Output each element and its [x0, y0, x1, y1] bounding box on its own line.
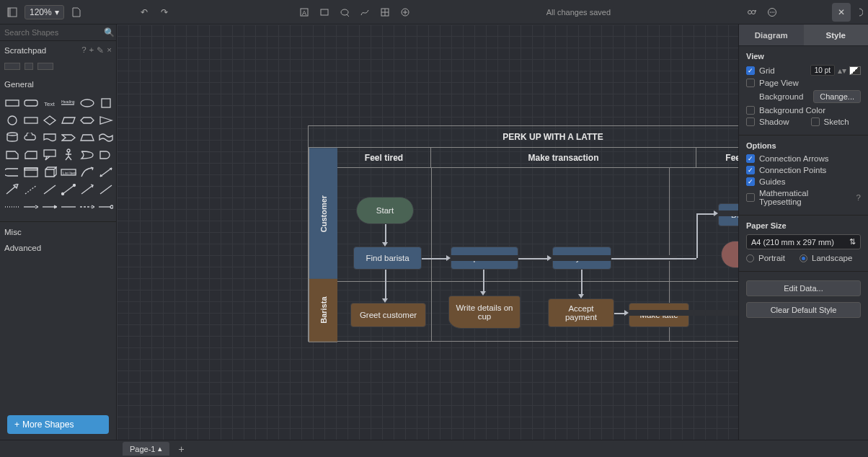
shape-bidir-line[interactable]	[61, 182, 76, 197]
node-greet[interactable]: Greet customer	[350, 303, 426, 327]
shape-datastore[interactable]	[4, 165, 20, 179]
scratch-chip[interactable]	[4, 63, 20, 70]
shape-link3[interactable]	[42, 200, 58, 214]
shape-thick-arrow[interactable]	[4, 182, 20, 197]
undo-icon[interactable]: ↶	[136, 4, 152, 20]
shape-frame[interactable]	[23, 165, 39, 179]
shape-roundrect[interactable]	[23, 96, 39, 110]
rectangle-shape-icon[interactable]	[316, 4, 332, 20]
sidebar-toggle-icon[interactable]	[4, 4, 20, 20]
advanced-header[interactable]: Advanced	[0, 239, 116, 257]
shape-hexagon[interactable]	[79, 113, 95, 128]
shape-diamond[interactable]	[42, 113, 58, 128]
shape-link1[interactable]	[4, 200, 20, 214]
shape-ellipse[interactable]	[79, 96, 95, 110]
sketch-checkbox[interactable]	[811, 117, 820, 126]
search-icon[interactable]: 🔍	[104, 27, 115, 37]
node-find-barista[interactable]: Find barista	[353, 247, 422, 270]
edit-data-button[interactable]: Edit Data...	[746, 280, 861, 296]
node-write-details[interactable]: Write details on cup	[448, 296, 521, 329]
grid-stepper-icon[interactable]: ▴▾	[838, 66, 846, 76]
portrait-radio[interactable]	[746, 254, 754, 262]
shape-list-item[interactable]: List Item	[61, 165, 76, 179]
shape-square[interactable]	[98, 96, 114, 110]
swimlane-title[interactable]: PERK UP WITH A LATTE	[309, 126, 738, 148]
right-edge-icon[interactable]	[855, 4, 864, 20]
node-accept-payment[interactable]: Accept payment	[548, 298, 614, 327]
share-icon[interactable]	[744, 4, 760, 20]
add-page-button[interactable]: +	[174, 443, 188, 455]
tab-style[interactable]: Style	[804, 25, 869, 45]
lane-barista[interactable]: Barista	[309, 279, 337, 342]
lane-customer[interactable]: Customer	[309, 148, 337, 279]
ellipse-shape-icon[interactable]	[337, 4, 353, 20]
shape-cylinder[interactable]	[4, 130, 20, 145]
tab-diagram[interactable]: Diagram	[739, 25, 804, 45]
conn-arrows-checkbox[interactable]: ✓	[746, 154, 755, 163]
node-start[interactable]: Start	[356, 197, 414, 224]
shape-note[interactable]	[4, 148, 20, 162]
scratchpad-header[interactable]: Scratchpad ? + ✎ ×	[0, 41, 116, 60]
page-tab[interactable]: Page-1 ▴	[123, 442, 169, 456]
close-panel-icon[interactable]: ✕	[832, 3, 851, 22]
bgcolor-checkbox[interactable]	[746, 106, 755, 115]
shape-tape[interactable]	[98, 130, 114, 145]
page-menu-icon[interactable]: ▴	[158, 444, 162, 453]
shape-text[interactable]: Text	[42, 96, 58, 110]
scratch-chip[interactable]	[25, 63, 33, 70]
freehand-icon[interactable]	[357, 4, 373, 20]
search-input[interactable]	[4, 28, 104, 37]
shape-cube[interactable]	[42, 165, 58, 179]
shape-rect[interactable]	[4, 96, 20, 110]
clear-style-button[interactable]: Clear Default Style	[746, 302, 861, 318]
general-header[interactable]: General	[0, 76, 116, 93]
grid-checkbox[interactable]: ✓	[746, 66, 755, 75]
canvas[interactable]: PERK UP WITH A LATTE Feel tired Make tra…	[117, 25, 738, 440]
help-icon[interactable]: ?	[81, 45, 86, 56]
close-scratch-icon[interactable]: ×	[107, 45, 112, 56]
paper-size-select[interactable]: A4 (210 mm x 297 mm) ⇅	[746, 234, 861, 249]
shape-document[interactable]	[42, 130, 58, 145]
shape-triangle[interactable]	[98, 113, 114, 128]
guides-checkbox[interactable]: ✓	[746, 177, 755, 186]
shape-parallelogram[interactable]	[61, 113, 76, 128]
scratch-chip[interactable]	[37, 63, 53, 70]
redo-icon[interactable]: ↷	[156, 4, 172, 20]
pageview-checkbox[interactable]	[746, 79, 755, 87]
col-feel-perky[interactable]: Feel perky	[696, 148, 738, 167]
shape-callout[interactable]	[42, 148, 58, 162]
shape-connector[interactable]	[98, 182, 114, 197]
shape-and[interactable]	[98, 148, 114, 162]
shape-circle[interactable]	[4, 113, 20, 128]
shape-dashed-line[interactable]	[23, 182, 39, 197]
shape-arrow-line[interactable]	[79, 182, 95, 197]
conn-points-checkbox[interactable]: ✓	[746, 166, 755, 174]
grid-color-swatch[interactable]	[849, 66, 861, 75]
table-icon[interactable]	[377, 4, 393, 20]
col-make-transaction[interactable]: Make transaction	[431, 148, 696, 167]
shape-link4[interactable]	[61, 200, 76, 214]
help-icon[interactable]: ?	[856, 193, 861, 202]
shape-link2[interactable]	[23, 200, 39, 214]
add-icon[interactable]	[397, 4, 413, 20]
add-scratch-icon[interactable]: +	[89, 45, 94, 56]
shape-or[interactable]	[79, 148, 95, 162]
shape-line[interactable]	[42, 182, 58, 197]
landscape-radio[interactable]	[800, 254, 807, 262]
grid-size-input[interactable]: 10 pt	[810, 65, 835, 76]
shape-cloud[interactable]	[23, 130, 39, 145]
col-feel-tired[interactable]: Feel tired	[337, 148, 431, 167]
shape-card[interactable]	[23, 148, 39, 162]
background-change-button[interactable]: Change...	[813, 90, 861, 103]
misc-header[interactable]: Misc	[0, 221, 116, 239]
new-page-icon[interactable]	[68, 4, 84, 20]
shape-bidir-arrow[interactable]	[98, 165, 114, 179]
shape-link6[interactable]	[98, 200, 114, 214]
more-menu-icon[interactable]	[764, 4, 780, 20]
zoom-dropdown[interactable]: 120% ▾	[25, 5, 64, 19]
more-shapes-button[interactable]: + More Shapes	[7, 415, 109, 434]
shape-actor[interactable]	[61, 148, 76, 162]
shape-step[interactable]	[61, 130, 76, 145]
shape-curve[interactable]	[79, 165, 95, 179]
shape-trapezoid[interactable]	[79, 130, 95, 145]
